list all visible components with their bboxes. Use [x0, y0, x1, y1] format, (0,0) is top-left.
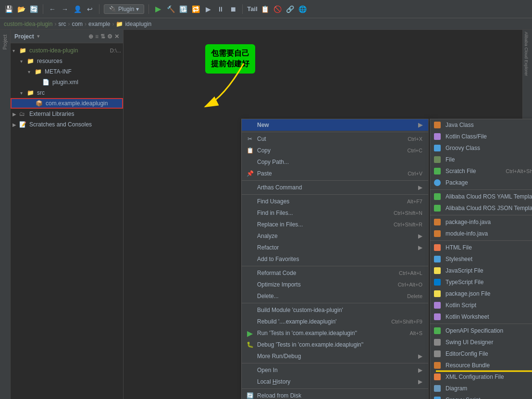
new-groovy-class[interactable]: Groovy Class: [430, 142, 532, 154]
new-package[interactable]: Package Ctrl+P: [430, 177, 532, 188]
toolbar-icon-8[interactable]: ⏸: [216, 4, 225, 14]
panel-icon-sort[interactable]: ≡: [95, 33, 99, 40]
breadcrumb-src[interactable]: src: [58, 21, 66, 27]
panel-icon-locate[interactable]: ⊕: [88, 33, 93, 40]
panel-icon-sort2[interactable]: ⇅: [100, 33, 105, 40]
sep2: ›: [68, 21, 70, 27]
new-kotlin-worksheet[interactable]: Kotlin Worksheet: [430, 311, 532, 323]
menu-item-copy-path[interactable]: Copy Path...: [242, 156, 428, 168]
menu-item-find-files[interactable]: Find in Files... Ctrl+Shift+N: [242, 207, 428, 219]
tree-item-meta-inf[interactable]: ▾ 📁 META-INF: [11, 66, 123, 77]
new-swing[interactable]: Swing UI Designer ▶: [430, 337, 532, 348]
toolbar-icon-10[interactable]: 🔗: [285, 4, 295, 14]
new-ali-json[interactable]: Alibaba Cloud ROS JSON Template: [430, 202, 532, 214]
scratches-icon: 📝: [19, 121, 28, 128]
project-tab[interactable]: Project: [1, 32, 9, 52]
new-java-class[interactable]: Java Class Ctrl+J: [430, 119, 532, 131]
menu-item-local-history[interactable]: Local History ▶: [242, 376, 428, 387]
tree-item-plugin-xml[interactable]: 📄 plugin.xml: [11, 77, 123, 87]
new-pkg-info[interactable]: package-info.java: [430, 216, 532, 228]
toolbar-icon-9[interactable]: ⏹: [228, 4, 238, 14]
toolbar-icon-2[interactable]: 📂: [16, 4, 26, 14]
tree-item-root[interactable]: ▾ 📁 custom-idea-plugin D:\...: [11, 45, 123, 56]
toolbar-icon-7[interactable]: ▶: [203, 4, 213, 14]
css-label: Stylesheet: [445, 256, 532, 262]
alibaba-tab-label[interactable]: Alibaba Cloud Explorer: [523, 30, 530, 78]
menu-item-cut[interactable]: ✂ Cut Ctrl+X: [242, 133, 428, 145]
tail-icon-1[interactable]: 📋: [260, 4, 270, 14]
menu-item-add-favorites[interactable]: Add to Favorites: [242, 253, 428, 265]
breadcrumb-ideaplugin[interactable]: ideaplugin: [125, 21, 151, 27]
toolbar-icon-6[interactable]: 🔁: [191, 4, 200, 14]
new-icon: [246, 121, 254, 129]
breadcrumb-example[interactable]: example: [88, 21, 110, 27]
new-html[interactable]: HTML File: [430, 242, 532, 253]
menu-item-optimize[interactable]: Optimize Imports Ctrl+Alt+O: [242, 279, 428, 290]
forward-icon[interactable]: →: [60, 4, 70, 14]
new-xml-config[interactable]: XML Configuration File ▶: [430, 371, 532, 383]
new-file[interactable]: File: [430, 154, 532, 165]
menu-item-open-in[interactable]: Open In ▶: [242, 364, 428, 376]
menu-item-paste[interactable]: 📌 Paste Ctrl+V: [242, 168, 428, 179]
panel-icon-settings[interactable]: ⚙: [107, 33, 112, 40]
tree-item-package[interactable]: 📦 com.example.ideaplugin: [11, 98, 123, 109]
build-icon[interactable]: 🔨: [166, 4, 175, 14]
breadcrumb-com[interactable]: com: [72, 21, 83, 27]
new-css[interactable]: Stylesheet: [430, 253, 532, 265]
tree-item-src[interactable]: ▾ 📁 src: [11, 87, 123, 98]
menu-item-find-usages[interactable]: Find Usages Alt+F7: [242, 196, 428, 207]
menu-item-replace[interactable]: Replace in Files... Ctrl+Shift+R: [242, 219, 428, 230]
new-js[interactable]: JavaScript File: [430, 265, 532, 276]
new-openapi[interactable]: OpenAPI Specification ▶: [430, 325, 532, 337]
new-pkgjson[interactable]: package.json File: [430, 288, 532, 299]
new-kotlin-file[interactable]: Kotlin Class/File: [430, 131, 532, 142]
menu-item-reload[interactable]: 🔄 Reload from Disk: [242, 390, 428, 399]
tree-item-scratches[interactable]: ▶ 📝 Scratches and Consoles: [11, 119, 123, 130]
run-button[interactable]: ▶: [153, 4, 163, 14]
openapi-label: OpenAPI Specification: [445, 327, 532, 334]
new-resource-bundle[interactable]: Resource Bundle: [430, 360, 532, 371]
menu-item-build-module[interactable]: Build Module 'custom-idea-plugin': [242, 304, 428, 316]
toolbar-icon-3[interactable]: 🔄: [29, 4, 38, 14]
toolbar-icon-5[interactable]: 🔃: [178, 4, 188, 14]
menu-item-copy[interactable]: 📋 Copy Ctrl+C: [242, 145, 428, 156]
new-module-info[interactable]: module-info.java: [430, 228, 532, 239]
new-scratch[interactable]: Scratch File Ctrl+Alt+Shift+Insert: [430, 165, 532, 177]
toolbar-icon-1[interactable]: 💾: [4, 4, 13, 14]
menu-item-run-tests[interactable]: ▶ Run 'Tests in 'com.example.ideaplugin'…: [242, 327, 428, 339]
ali-json-icon: [434, 204, 443, 212]
tree-item-external[interactable]: ▶ 🗂 External Libraries: [11, 109, 123, 119]
build-module-label: Build Module 'custom-idea-plugin': [257, 307, 422, 313]
toolbar-icon-11[interactable]: 🌐: [298, 4, 308, 14]
sep-arthas: [242, 180, 428, 181]
plugin-button[interactable]: 🔌 Plugin ▾: [104, 4, 144, 14]
new-groovy-script[interactable]: Groovy Script: [430, 394, 532, 399]
back-icon[interactable]: ←: [48, 4, 57, 14]
menu-item-reformat[interactable]: Reformat Code Ctrl+Alt+L: [242, 267, 428, 279]
menu-item-refactor[interactable]: Refactor ▶: [242, 242, 428, 253]
tree-item-resources[interactable]: ▾ 📁 resources: [11, 56, 123, 66]
new-diagram[interactable]: Diagram ▶: [430, 383, 532, 394]
menu-item-debug-tests[interactable]: 🐛 Debug 'Tests in 'com.example.ideaplugi…: [242, 339, 428, 350]
menu-item-delete[interactable]: Delete... Delete: [242, 290, 428, 302]
menu-item-more-run[interactable]: More Run/Debug ▶: [242, 350, 428, 362]
menu-item-new[interactable]: New ▶: [242, 119, 428, 131]
tail-icon-2[interactable]: 🚫: [273, 4, 283, 14]
panel-dropdown[interactable]: ▾: [37, 33, 40, 39]
more-run-label: More Run/Debug: [257, 353, 414, 360]
toolbar-icon-4[interactable]: ↩: [85, 4, 95, 14]
panel-icon-close[interactable]: ✕: [114, 33, 119, 40]
menu-item-arthas[interactable]: Arthas Command ▶: [242, 182, 428, 193]
recent-icon[interactable]: 👤: [73, 4, 82, 14]
new-ali-yaml[interactable]: Alibaba Cloud ROS YAML Template: [430, 191, 532, 202]
file-label: File: [445, 156, 532, 163]
menu-item-rebuild[interactable]: Rebuild '....example.ideaplugin' Ctrl+Sh…: [242, 316, 428, 327]
main-layout: Project Project ▾ ⊕ ≡ ⇅ ⚙ ✕ ▾ 📁 custom-i…: [0, 30, 532, 399]
breadcrumb-project[interactable]: custom-idea-plugin: [4, 21, 52, 27]
menu-item-analyze[interactable]: Analyze ▶: [242, 230, 428, 242]
panel-header-icons: ⊕ ≡ ⇅ ⚙ ✕: [88, 33, 119, 40]
new-editorconfig[interactable]: EditorConfig File: [430, 348, 532, 360]
new-kotlin-script[interactable]: Kotlin Script: [430, 299, 532, 311]
new-ts[interactable]: TypeScript File: [430, 276, 532, 288]
sep-html: [430, 240, 532, 241]
